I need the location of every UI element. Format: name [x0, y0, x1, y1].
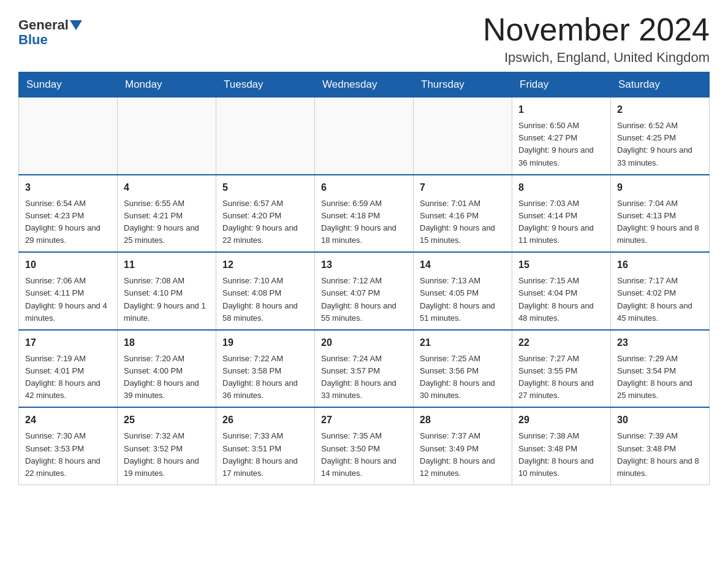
- day-number: 21: [420, 335, 506, 350]
- day-info: Sunrise: 7:12 AM Sunset: 4:07 PM Dayligh…: [321, 275, 407, 324]
- day-number: 9: [617, 180, 703, 195]
- day-info: Sunrise: 7:08 AM Sunset: 4:10 PM Dayligh…: [124, 275, 210, 324]
- day-info: Sunrise: 7:32 AM Sunset: 3:52 PM Dayligh…: [124, 430, 210, 480]
- calendar-day-cell: 6Sunrise: 6:59 AM Sunset: 4:18 PM Daylig…: [315, 175, 414, 253]
- logo-blue-text: Blue: [18, 32, 48, 48]
- day-number: 18: [124, 335, 210, 350]
- page-header: General Blue November 2024 Ipswich, Engl…: [18, 12, 710, 66]
- logo: General Blue: [18, 18, 82, 48]
- day-info: Sunrise: 7:01 AM Sunset: 4:16 PM Dayligh…: [420, 197, 506, 247]
- day-info: Sunrise: 7:25 AM Sunset: 3:56 PM Dayligh…: [420, 353, 506, 402]
- calendar-day-cell: 27Sunrise: 7:35 AM Sunset: 3:50 PM Dayli…: [315, 407, 414, 484]
- calendar-day-cell: 19Sunrise: 7:22 AM Sunset: 3:58 PM Dayli…: [216, 330, 315, 408]
- day-number: 16: [617, 258, 703, 272]
- calendar-day-cell: 9Sunrise: 7:04 AM Sunset: 4:13 PM Daylig…: [611, 175, 710, 253]
- day-info: Sunrise: 6:52 AM Sunset: 4:25 PM Dayligh…: [617, 120, 703, 169]
- calendar-day-cell: 28Sunrise: 7:37 AM Sunset: 3:49 PM Dayli…: [414, 407, 512, 484]
- day-info: Sunrise: 7:38 AM Sunset: 3:48 PM Dayligh…: [518, 430, 604, 480]
- calendar-week-row: 3Sunrise: 6:54 AM Sunset: 4:23 PM Daylig…: [19, 175, 710, 253]
- calendar-day-header: Wednesday: [315, 72, 414, 98]
- calendar-day-cell: 8Sunrise: 7:03 AM Sunset: 4:14 PM Daylig…: [512, 175, 611, 253]
- day-number: 19: [222, 335, 308, 350]
- day-number: 8: [518, 180, 604, 195]
- day-number: 4: [124, 180, 210, 195]
- day-info: Sunrise: 6:50 AM Sunset: 4:27 PM Dayligh…: [518, 120, 604, 169]
- day-info: Sunrise: 7:17 AM Sunset: 4:02 PM Dayligh…: [617, 275, 703, 324]
- day-info: Sunrise: 7:22 AM Sunset: 3:58 PM Dayligh…: [222, 353, 308, 402]
- calendar-day-header: Tuesday: [216, 72, 315, 98]
- day-info: Sunrise: 7:37 AM Sunset: 3:49 PM Dayligh…: [420, 430, 506, 480]
- calendar-day-cell: 22Sunrise: 7:27 AM Sunset: 3:55 PM Dayli…: [512, 330, 611, 408]
- day-number: 22: [518, 335, 604, 350]
- calendar-day-cell: 7Sunrise: 7:01 AM Sunset: 4:16 PM Daylig…: [414, 175, 512, 253]
- calendar-day-cell: 12Sunrise: 7:10 AM Sunset: 4:08 PM Dayli…: [216, 252, 315, 330]
- day-number: 10: [25, 258, 111, 272]
- day-info: Sunrise: 7:13 AM Sunset: 4:05 PM Dayligh…: [420, 275, 506, 324]
- day-number: 2: [617, 102, 703, 117]
- day-number: 11: [124, 258, 210, 272]
- day-info: Sunrise: 7:19 AM Sunset: 4:01 PM Dayligh…: [25, 353, 111, 402]
- calendar-day-cell: 15Sunrise: 7:15 AM Sunset: 4:04 PM Dayli…: [512, 252, 611, 330]
- logo-triangle-icon: [70, 20, 82, 30]
- day-number: 25: [124, 413, 210, 427]
- calendar-day-cell: 21Sunrise: 7:25 AM Sunset: 3:56 PM Dayli…: [414, 330, 512, 408]
- calendar-day-cell: 1Sunrise: 6:50 AM Sunset: 4:27 PM Daylig…: [512, 98, 611, 175]
- day-number: 28: [420, 413, 506, 427]
- day-info: Sunrise: 6:59 AM Sunset: 4:18 PM Dayligh…: [321, 197, 407, 247]
- day-number: 30: [617, 413, 703, 427]
- day-number: 29: [518, 413, 604, 427]
- day-number: 7: [420, 180, 506, 195]
- day-info: Sunrise: 7:39 AM Sunset: 3:48 PM Dayligh…: [617, 430, 703, 480]
- day-info: Sunrise: 7:04 AM Sunset: 4:13 PM Dayligh…: [617, 197, 703, 247]
- day-number: 13: [321, 258, 407, 272]
- calendar-day-cell: 13Sunrise: 7:12 AM Sunset: 4:07 PM Dayli…: [315, 252, 414, 330]
- day-number: 17: [25, 335, 111, 350]
- day-number: 15: [518, 258, 604, 272]
- calendar-day-cell: 14Sunrise: 7:13 AM Sunset: 4:05 PM Dayli…: [414, 252, 512, 330]
- calendar-week-row: 1Sunrise: 6:50 AM Sunset: 4:27 PM Daylig…: [19, 98, 710, 175]
- day-info: Sunrise: 7:15 AM Sunset: 4:04 PM Dayligh…: [518, 275, 604, 324]
- calendar-day-header: Thursday: [414, 72, 512, 98]
- day-number: 27: [321, 413, 407, 427]
- day-number: 23: [617, 335, 703, 350]
- day-number: 5: [222, 180, 308, 195]
- day-info: Sunrise: 7:33 AM Sunset: 3:51 PM Dayligh…: [222, 430, 308, 480]
- day-number: 24: [25, 413, 111, 427]
- day-info: Sunrise: 7:10 AM Sunset: 4:08 PM Dayligh…: [222, 275, 308, 324]
- calendar-day-cell: 20Sunrise: 7:24 AM Sunset: 3:57 PM Dayli…: [315, 330, 414, 408]
- day-info: Sunrise: 7:06 AM Sunset: 4:11 PM Dayligh…: [25, 275, 111, 324]
- calendar-header-row: SundayMondayTuesdayWednesdayThursdayFrid…: [19, 72, 710, 98]
- day-info: Sunrise: 7:29 AM Sunset: 3:54 PM Dayligh…: [617, 353, 703, 402]
- calendar-day-cell: [315, 98, 414, 175]
- day-info: Sunrise: 7:27 AM Sunset: 3:55 PM Dayligh…: [518, 353, 604, 402]
- day-number: 14: [420, 258, 506, 272]
- month-year-title: November 2024: [483, 12, 710, 47]
- title-block: November 2024 Ipswich, England, United K…: [483, 12, 710, 66]
- day-number: 6: [321, 180, 407, 195]
- calendar-day-cell: 18Sunrise: 7:20 AM Sunset: 4:00 PM Dayli…: [118, 330, 216, 408]
- calendar-day-cell: 26Sunrise: 7:33 AM Sunset: 3:51 PM Dayli…: [216, 407, 315, 484]
- day-info: Sunrise: 6:55 AM Sunset: 4:21 PM Dayligh…: [124, 197, 210, 247]
- day-info: Sunrise: 7:30 AM Sunset: 3:53 PM Dayligh…: [25, 430, 111, 480]
- calendar-week-row: 10Sunrise: 7:06 AM Sunset: 4:11 PM Dayli…: [19, 252, 710, 330]
- calendar-day-cell: 2Sunrise: 6:52 AM Sunset: 4:25 PM Daylig…: [611, 98, 710, 175]
- calendar-day-cell: [216, 98, 315, 175]
- calendar-day-header: Sunday: [19, 72, 118, 98]
- calendar-day-cell: 25Sunrise: 7:32 AM Sunset: 3:52 PM Dayli…: [118, 407, 216, 484]
- day-info: Sunrise: 7:03 AM Sunset: 4:14 PM Dayligh…: [518, 197, 604, 247]
- calendar-day-cell: 3Sunrise: 6:54 AM Sunset: 4:23 PM Daylig…: [19, 175, 118, 253]
- day-info: Sunrise: 6:57 AM Sunset: 4:20 PM Dayligh…: [222, 197, 308, 247]
- calendar-day-cell: [414, 98, 512, 175]
- calendar-day-cell: 16Sunrise: 7:17 AM Sunset: 4:02 PM Dayli…: [611, 252, 710, 330]
- calendar-day-cell: 29Sunrise: 7:38 AM Sunset: 3:48 PM Dayli…: [512, 407, 611, 484]
- calendar-day-header: Saturday: [611, 72, 710, 98]
- day-number: 12: [222, 258, 308, 272]
- calendar-day-cell: [19, 98, 118, 175]
- calendar-day-cell: 10Sunrise: 7:06 AM Sunset: 4:11 PM Dayli…: [19, 252, 118, 330]
- day-number: 3: [25, 180, 111, 195]
- calendar-day-cell: 5Sunrise: 6:57 AM Sunset: 4:20 PM Daylig…: [216, 175, 315, 253]
- day-number: 1: [518, 102, 604, 117]
- day-info: Sunrise: 6:54 AM Sunset: 4:23 PM Dayligh…: [25, 197, 111, 247]
- calendar-day-header: Monday: [118, 72, 216, 98]
- location-text: Ipswich, England, United Kingdom: [483, 50, 710, 66]
